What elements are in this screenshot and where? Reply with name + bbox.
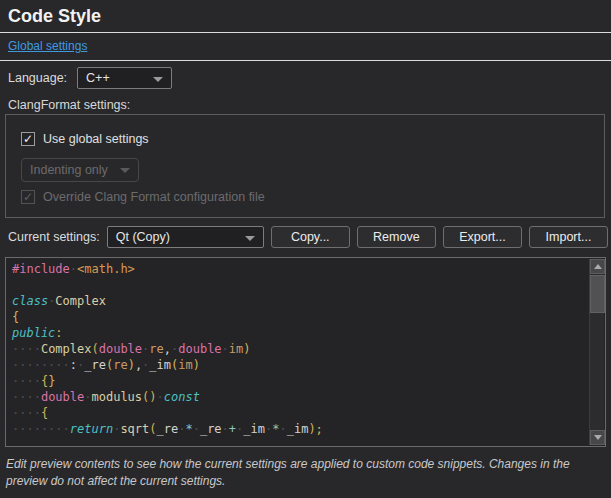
import-button[interactable]: Import... (529, 226, 608, 248)
chevron-down-icon (153, 77, 163, 82)
current-settings-row: Current settings: Qt (Copy) Copy... Remo… (8, 226, 608, 248)
override-config-checkbox: ✓ Override Clang Format configuration fi… (21, 190, 265, 204)
divider (0, 32, 611, 33)
current-settings-value: Qt (Copy) (116, 230, 170, 244)
preview-hint-text: Edit preview contents to see how the cur… (6, 456, 606, 491)
global-settings-link[interactable]: Global settings (8, 39, 87, 53)
divider (0, 60, 611, 61)
checkbox-checked-icon: ✓ (21, 132, 35, 146)
language-row: Language: C++ (8, 67, 172, 89)
scroll-down-icon (594, 435, 602, 440)
use-global-settings-label: Use global settings (43, 132, 149, 146)
override-config-label: Override Clang Format configuration file (43, 190, 265, 204)
clangformat-groupbox: ✓ Use global settings Indenting only ✓ O… (5, 114, 605, 218)
vertical-scrollbar[interactable] (589, 259, 604, 445)
scroll-up-button[interactable] (590, 259, 605, 274)
current-settings-label: Current settings: (8, 230, 100, 244)
scrollbar-thumb[interactable] (590, 275, 605, 313)
formatting-mode-value: Indenting only (30, 163, 108, 177)
chevron-down-icon (120, 168, 130, 173)
language-value: C++ (86, 71, 110, 85)
page-title: Code Style (8, 6, 101, 27)
clangformat-group-label: ClangFormat settings: (8, 98, 130, 112)
language-label: Language: (8, 71, 67, 85)
scroll-down-button[interactable] (590, 430, 605, 445)
scroll-up-icon (594, 264, 602, 269)
current-settings-select[interactable]: Qt (Copy) (107, 226, 264, 248)
chevron-down-icon (245, 236, 255, 241)
code-preview-editor[interactable]: #include·<math.h> class·Complex{public:·… (5, 257, 606, 447)
checkbox-checked-icon: ✓ (21, 190, 35, 204)
language-select[interactable]: C++ (77, 67, 172, 89)
code-area[interactable]: #include·<math.h> class·Complex{public:·… (6, 258, 589, 446)
formatting-mode-select: Indenting only (21, 158, 139, 182)
use-global-settings-checkbox[interactable]: ✓ Use global settings (21, 132, 149, 146)
export-button[interactable]: Export... (443, 226, 522, 248)
remove-button[interactable]: Remove (357, 226, 436, 248)
copy-button[interactable]: Copy... (271, 226, 350, 248)
